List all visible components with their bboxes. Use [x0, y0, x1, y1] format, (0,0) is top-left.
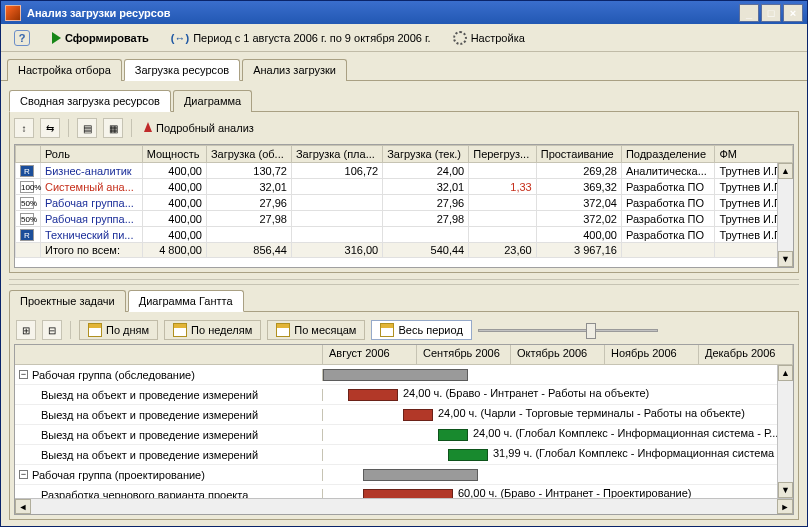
month-label: Сентябрь 2006 [417, 345, 511, 364]
subtab-diagram[interactable]: Диаграмма [173, 90, 252, 112]
month-label: Ноябрь 2006 [605, 345, 699, 364]
tab-resources[interactable]: Загрузка ресурсов [124, 59, 240, 81]
gear-icon [453, 31, 467, 45]
gantt-expand-icon[interactable]: ⊞ [16, 320, 36, 340]
scroll-down-icon[interactable]: ▼ [778, 482, 793, 498]
table-row[interactable]: RТехнический пи...400,00400,00Разработка… [16, 227, 793, 243]
slider-thumb[interactable] [586, 323, 596, 339]
form-button[interactable]: Сформировать [45, 29, 156, 47]
gantt-bar-label: 24,00 ч. (Чарли - Торговые терминалы - Р… [438, 407, 745, 419]
detail-analysis-button[interactable]: Подробный анализ [140, 120, 258, 136]
collapse-icon[interactable]: − [19, 370, 28, 379]
gantt-group-row[interactable]: −Рабочая группа (обследование) [15, 365, 793, 385]
grid-scrollbar[interactable]: ▲ ▼ [777, 163, 793, 267]
gantt-group-row[interactable]: −Рабочая группа (проектирование) [15, 465, 793, 485]
expand-icon[interactable]: ↕ [14, 118, 34, 138]
play-icon [52, 32, 61, 44]
titlebar: Анализ загрузки ресурсов _ □ × [1, 1, 807, 24]
collapse-icon[interactable]: − [19, 470, 28, 479]
gantt-bar-label: 24,00 ч. (Браво - Интранет - Работы на о… [403, 387, 649, 399]
help-button[interactable]: ? [7, 27, 37, 49]
gantt-scrollbar-h[interactable]: ◄ ► [15, 498, 793, 514]
window-title: Анализ загрузки ресурсов [27, 7, 739, 19]
zoom-slider[interactable] [478, 321, 658, 339]
gantt-bar-label: 31,99 ч. (Глобал Комплекс - Информационн… [493, 447, 793, 459]
calendar-icon [276, 323, 290, 337]
settings-label: Настройка [471, 32, 525, 44]
scale-whole-button[interactable]: Весь период [371, 320, 471, 340]
gantt-bar[interactable] [348, 389, 398, 401]
gantt-header: Август 2006 Сентябрь 2006 Октябрь 2006 Н… [15, 345, 793, 365]
table-row[interactable]: RБизнес-аналитик400,00130,72106,7224,002… [16, 163, 793, 179]
close-button[interactable]: × [783, 4, 803, 22]
detail-analysis-label: Подробный анализ [156, 122, 254, 134]
gantt-task-row[interactable]: Выезд на объект и проведение измерений31… [15, 445, 793, 465]
gantt-bar[interactable] [363, 469, 478, 481]
scroll-down-icon[interactable]: ▼ [778, 251, 793, 267]
calendar-icon [88, 323, 102, 337]
scale-days-button[interactable]: По дням [79, 320, 158, 340]
gantt-bar[interactable] [323, 369, 468, 381]
app-icon [5, 5, 21, 21]
tab-project-tasks[interactable]: Проектные задачи [9, 290, 126, 312]
filter-icon[interactable]: ▤ [77, 118, 97, 138]
gantt-task-row[interactable]: Выезд на объект и проведение измерений24… [15, 425, 793, 445]
month-label: Октябрь 2006 [511, 345, 605, 364]
resources-panel: Сводная загрузка ресурсов Диаграмма ↕ ⇆ … [1, 81, 807, 526]
collapse-icon[interactable]: ⇆ [40, 118, 60, 138]
gantt-scrollbar-v[interactable]: ▲ ▼ [777, 365, 793, 498]
table-row[interactable]: 50%Рабочая группа...400,0027,9627,96372,… [16, 195, 793, 211]
scroll-right-icon[interactable]: ► [777, 499, 793, 514]
main-tabs: Настройка отбора Загрузка ресурсов Анали… [1, 52, 807, 81]
resources-grid[interactable]: Роль Мощность Загрузка (об... Загрузка (… [14, 144, 794, 268]
gantt-chart[interactable]: Август 2006 Сентябрь 2006 Октябрь 2006 Н… [14, 344, 794, 515]
gantt-task-row[interactable]: Выезд на объект и проведение измерений24… [15, 405, 793, 425]
settings-button[interactable]: Настройка [446, 28, 532, 48]
scale-weeks-button[interactable]: По неделям [164, 320, 261, 340]
question-icon: ? [14, 30, 30, 46]
gantt-task-row[interactable]: Выезд на объект и проведение измерений24… [15, 385, 793, 405]
table-row[interactable]: 50%Рабочая группа...400,0027,9827,98372,… [16, 211, 793, 227]
table-row[interactable]: 100%Системный ана...400,0032,0132,011,33… [16, 179, 793, 195]
month-label: Август 2006 [323, 345, 417, 364]
total-row: Итого по всем: 4 800,00 856,44 316,00 54… [16, 243, 793, 258]
gantt-toolbar: ⊞ ⊟ По дням По неделям По месяцам Весь п… [14, 316, 794, 344]
gantt-collapse-icon[interactable]: ⊟ [42, 320, 62, 340]
calendar-icon [173, 323, 187, 337]
app-window: Анализ загрузки ресурсов _ □ × ? Сформир… [0, 0, 808, 527]
period-button[interactable]: (↔) Период с 1 августа 2006 г. по 9 октя… [164, 29, 438, 47]
period-label: Период с 1 августа 2006 г. по 9 октября … [193, 32, 431, 44]
gantt-bar[interactable] [403, 409, 433, 421]
month-label: Декабрь 2006 [699, 345, 793, 364]
tab-gantt[interactable]: Диаграмма Гантта [128, 290, 244, 312]
scroll-up-icon[interactable]: ▲ [778, 365, 793, 381]
grid-toolbar: ↕ ⇆ ▤ ▦ Подробный анализ [14, 116, 794, 140]
gantt-bar[interactable] [438, 429, 468, 441]
main-toolbar: ? Сформировать (↔) Период с 1 августа 20… [1, 24, 807, 52]
sort-icon[interactable]: ▦ [103, 118, 123, 138]
summary-pane: ↕ ⇆ ▤ ▦ Подробный анализ Роль Мощность [9, 112, 799, 273]
gantt-bar[interactable] [448, 449, 488, 461]
maximize-button[interactable]: □ [761, 4, 781, 22]
form-button-label: Сформировать [65, 32, 149, 44]
subtab-summary[interactable]: Сводная загрузка ресурсов [9, 90, 171, 112]
scroll-left-icon[interactable]: ◄ [15, 499, 31, 514]
calendar-icon [380, 323, 394, 337]
chart-icon [144, 122, 152, 132]
sub-tabs: Сводная загрузка ресурсов Диаграмма [9, 87, 799, 112]
minimize-button[interactable]: _ [739, 4, 759, 22]
scale-months-button[interactable]: По месяцам [267, 320, 365, 340]
lower-tabs: Проектные задачи Диаграмма Гантта [9, 285, 799, 312]
scroll-up-icon[interactable]: ▲ [778, 163, 793, 179]
tab-analysis[interactable]: Анализ загрузки [242, 59, 347, 81]
gantt-pane: ⊞ ⊟ По дням По неделям По месяцам Весь п… [9, 312, 799, 520]
tab-selection[interactable]: Настройка отбора [7, 59, 122, 81]
arrows-icon: (↔) [171, 32, 189, 44]
gantt-bar-label: 24,00 ч. (Глобал Комплекс - Информационн… [473, 427, 778, 439]
